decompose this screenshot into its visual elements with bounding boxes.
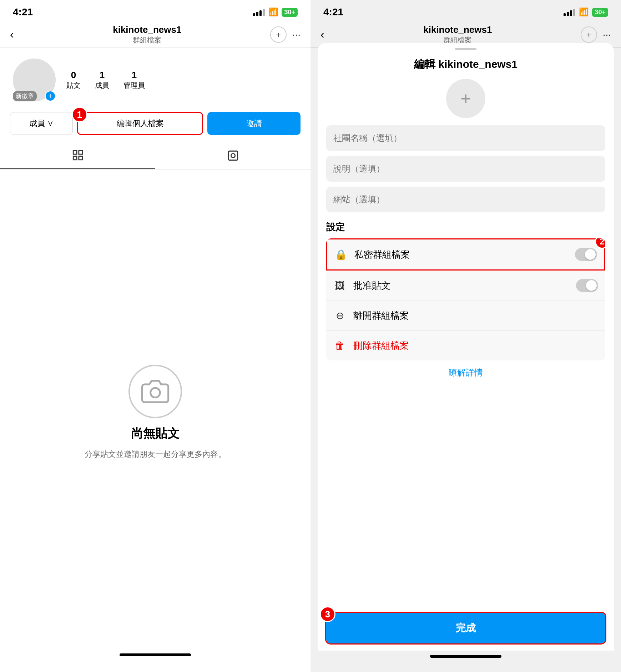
- minus-circle-icon: ⊖: [333, 310, 346, 322]
- stat-admins-num: 1: [123, 70, 145, 81]
- edit-modal: 編輯 kikinote_news1 + 設定 🔒 私密群組檔案 2: [318, 43, 614, 651]
- private-toggle[interactable]: [575, 248, 597, 261]
- svg-rect-2: [73, 156, 77, 160]
- time-left: 4:21: [13, 6, 33, 18]
- modal-footer: 3 完成: [318, 607, 614, 651]
- avatar-badge: 新徽章: [13, 91, 37, 101]
- nav-actions-right: ＋ ···: [581, 26, 611, 43]
- svg-point-6: [151, 388, 160, 398]
- signal-icon-right: [564, 8, 575, 16]
- approve-toggle[interactable]: [576, 279, 598, 292]
- nav-title-block-left: kikinote_news1 群組檔案: [24, 24, 270, 45]
- wifi-icon: 📶: [268, 7, 278, 17]
- stat-posts-num: 0: [66, 70, 81, 81]
- group-name-input[interactable]: [326, 125, 605, 151]
- edit-profile-button[interactable]: 編輯個人檔案 1: [77, 112, 203, 135]
- status-icons-right: 📶 30+: [564, 7, 608, 17]
- nav-subtitle-left: 群組檔案: [24, 35, 270, 45]
- settings-list: 🔒 私密群組檔案 2 🖼 批准貼文 ⊖ 離開群組檔案: [326, 238, 605, 360]
- camera-icon: [141, 377, 170, 406]
- approve-label: 批准貼文: [353, 279, 576, 292]
- left-phone: 4:21 📶 30+ ‹ kikinote_news1 群組檔案 ＋ ··· 新…: [0, 0, 310, 672]
- nav-title-right: kikinote_news1: [335, 24, 581, 35]
- step-badge-1: 1: [72, 107, 87, 122]
- settings-title: 設定: [326, 221, 605, 233]
- svg-rect-0: [73, 151, 77, 154]
- learn-more-link[interactable]: 瞭解詳情: [449, 368, 483, 377]
- home-indicator-left: [120, 653, 191, 656]
- stat-members: 1 成員: [95, 70, 109, 90]
- battery-left: 30+: [282, 8, 298, 17]
- add-photo-button[interactable]: +: [446, 79, 485, 118]
- nav-title-left: kikinote_news1: [24, 24, 270, 35]
- lock-icon: 🔒: [334, 249, 347, 261]
- svg-rect-3: [79, 156, 82, 160]
- signal-icon: [253, 8, 265, 16]
- empty-state: 尚無貼文 分享貼文並邀請朋友一起分享更多內容。: [0, 171, 310, 653]
- settings-item-delete[interactable]: 🗑 刪除群組檔案: [326, 331, 605, 360]
- modal-title: 編輯 kikinote_news1: [318, 50, 614, 75]
- add-button-left[interactable]: ＋: [270, 26, 287, 43]
- more-button-left[interactable]: ···: [292, 29, 301, 40]
- back-button-left[interactable]: ‹: [10, 28, 24, 41]
- settings-item-private[interactable]: 🔒 私密群組檔案 2: [326, 238, 605, 271]
- done-button[interactable]: 3 完成: [326, 613, 605, 643]
- invite-button[interactable]: 邀請: [207, 112, 301, 135]
- website-input[interactable]: [326, 187, 605, 212]
- stat-posts: 0 貼文: [66, 70, 81, 90]
- empty-desc: 分享貼文並邀請朋友一起分享更多內容。: [85, 449, 226, 460]
- svg-rect-1: [79, 151, 82, 154]
- done-label: 完成: [456, 622, 476, 633]
- status-bar-left: 4:21 📶 30+: [0, 0, 310, 21]
- trash-icon: 🗑: [333, 340, 346, 352]
- settings-item-leave[interactable]: ⊖ 離開群組檔案: [326, 301, 605, 331]
- profile-stats: 0 貼文 1 成員 1 管理員: [66, 70, 145, 90]
- button-row: 成員 ∨ 編輯個人檔案 1 邀請: [0, 108, 310, 142]
- tab-tagged[interactable]: [155, 142, 310, 169]
- svg-rect-4: [228, 151, 238, 160]
- step-badge-3: 3: [320, 606, 335, 622]
- more-button-right[interactable]: ···: [603, 29, 611, 40]
- modal-form: [318, 125, 614, 212]
- avatar-plus-icon[interactable]: +: [45, 91, 56, 101]
- add-photo-icon: +: [460, 88, 471, 109]
- image-icon: 🖼: [333, 280, 346, 292]
- delete-label: 刪除群組檔案: [353, 339, 598, 352]
- stat-members-label: 成員: [95, 81, 109, 90]
- svg-point-5: [231, 153, 235, 157]
- stat-members-num: 1: [95, 70, 109, 81]
- profile-section: 新徽章 + 0 貼文 1 成員 1 管理員: [0, 48, 310, 108]
- description-input[interactable]: [326, 156, 605, 182]
- settings-section: 設定 🔒 私密群組檔案 2 🖼 批准貼文 ⊖ 離: [318, 212, 614, 378]
- stat-admins-label: 管理員: [123, 81, 145, 90]
- nav-actions-left: ＋ ···: [270, 26, 301, 43]
- step-badge-2: 2: [595, 238, 605, 249]
- time-right: 4:21: [323, 6, 343, 18]
- status-icons-left: 📶 30+: [253, 7, 298, 17]
- learn-more-section: 瞭解詳情: [326, 360, 605, 378]
- add-button-right[interactable]: ＋: [581, 26, 597, 43]
- status-bar-right: 4:21 📶 30+: [310, 0, 621, 21]
- empty-title: 尚無貼文: [131, 425, 180, 442]
- wifi-icon-right: 📶: [579, 7, 589, 17]
- home-indicator-right: [430, 655, 501, 658]
- stat-posts-label: 貼文: [66, 81, 81, 90]
- nav-header-left: ‹ kikinote_news1 群組檔案 ＋ ···: [0, 21, 310, 48]
- camera-icon-wrap: [128, 365, 182, 418]
- nav-title-block-right: kikinote_news1 群組檔案: [335, 24, 581, 45]
- private-label: 私密群組檔案: [354, 248, 575, 261]
- leave-label: 離開群組檔案: [353, 309, 598, 322]
- tab-row: [0, 142, 310, 170]
- avatar-wrap: 新徽章 +: [13, 59, 56, 101]
- edit-profile-label: 編輯個人檔案: [117, 119, 164, 128]
- right-phone: 4:21 📶 30+ ‹ kikinote_news1 群組檔案 ＋ ··· 編…: [310, 0, 621, 672]
- back-button-right[interactable]: ‹: [320, 28, 335, 41]
- members-button[interactable]: 成員 ∨: [10, 112, 73, 135]
- tab-grid[interactable]: [0, 142, 155, 169]
- settings-item-approve[interactable]: 🖼 批准貼文: [326, 271, 605, 301]
- battery-right: 30+: [592, 8, 608, 17]
- stat-admins: 1 管理員: [123, 70, 145, 90]
